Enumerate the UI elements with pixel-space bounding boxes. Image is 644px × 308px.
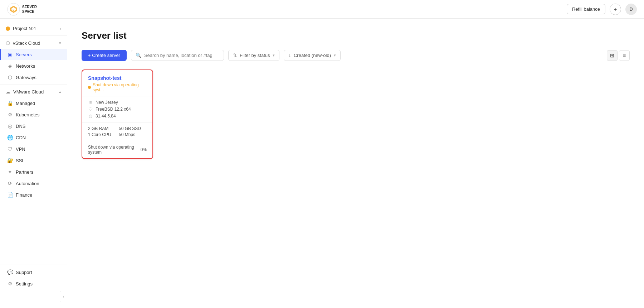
server-card-info: ≡ New Jersey 🛡 FreeBSD 12.2 x64 ◎ 31.44.… [82,96,152,122]
vstack-icon: ⬡ [6,40,10,46]
toolbar: + Create server 🔍 ⇅ Filter by status ▾ ↕… [82,50,630,61]
networks-icon: ◈ [7,63,13,69]
sidebar-item-servers-label: Servers [16,52,32,57]
managed-icon: 🔒 [7,100,13,106]
server-os: FreeBSD 12.2 x64 [96,107,131,112]
sidebar-item-finance[interactable]: 📄 Finance [0,189,67,201]
ssl-icon: 🔐 [7,158,13,163]
dns-icon: ◎ [7,123,13,129]
page-title: Server list [82,30,630,41]
finance-icon: 📄 [7,192,13,198]
status-dot [88,86,91,89]
grid-icon: ⊞ [610,53,614,58]
sidebar-divider-bottom [0,265,67,265]
sidebar-item-support-label: Support [16,270,32,275]
kubernetes-icon: ⚙ [7,112,13,117]
sidebar-item-automation[interactable]: ⟳ Automation [0,178,67,189]
server-grid: Snapshot-test Shut down via operating sy… [82,69,630,159]
sidebar-item-settings-label: Settings [16,281,33,287]
settings-icon: ⚙ [7,281,13,287]
server-ip: 31.44.5.84 [96,114,116,119]
server-location: New Jersey [96,100,118,105]
sidebar-collapse-button[interactable]: ‹ [60,291,67,302]
location-icon: ≡ [88,100,93,105]
server-card[interactable]: Snapshot-test Shut down via operating sy… [82,69,153,159]
sidebar-item-cdn-label: CDN [16,135,26,140]
sidebar-item-managed-label: Managed [16,101,35,106]
view-toggle: ⊞ ≡ [607,50,630,61]
server-bandwidth: 50 Mbps [119,132,147,137]
header: S SERVERSPACE Refill balance + D [0,0,644,19]
sidebar-item-partners-label: Partners [16,169,33,175]
logo: S SERVERSPACE [7,3,37,16]
add-button[interactable]: + [610,4,621,15]
ip-icon: ◎ [88,114,93,119]
sidebar-item-gateways-label: Gateways [16,75,36,80]
automation-icon: ⟳ [7,181,13,186]
main-content: Server list + Create server 🔍 ⇅ Filter b… [67,19,644,308]
sidebar-group-vstack[interactable]: ⬡ vStack Cloud ▾ [0,37,67,49]
os-row: 🛡 FreeBSD 12.2 x64 [88,107,147,112]
sidebar-divider-2 [0,85,67,85]
avatar[interactable]: D [625,4,637,15]
filter-icon: ⇅ [233,53,237,58]
os-icon: 🛡 [88,107,93,112]
vmware-icon: ☁ [6,89,10,95]
grid-view-button[interactable]: ⊞ [607,50,618,61]
sidebar-item-support[interactable]: 💬 Support [0,266,67,278]
vmware-arrow-icon: ▴ [59,90,61,94]
sidebar-item-cdn[interactable]: 🌐 CDN [0,132,67,143]
sidebar-item-kubernetes[interactable]: ⚙ Kubernetes [0,109,67,120]
sidebar-item-partners[interactable]: ✦ Partners [0,166,67,178]
vpn-icon: 🛡 [7,146,13,152]
svg-text:S: S [13,8,15,11]
sidebar-divider-1 [0,35,67,36]
sidebar-item-servers[interactable]: ▣ Servers [0,49,67,60]
sidebar-item-dns[interactable]: ◎ DNS [0,120,67,132]
project-chevron-icon: › [60,27,61,31]
sidebar: Project №1 › ⬡ vStack Cloud ▾ ▣ Servers … [0,19,67,308]
layout: Project №1 › ⬡ vStack Cloud ▾ ▣ Servers … [0,19,644,308]
create-server-button[interactable]: + Create server [82,50,127,61]
servers-icon: ▣ [7,52,13,57]
cdn-icon: 🌐 [7,135,13,140]
vmware-label: VMware Cloud [13,89,44,95]
sidebar-item-ssl[interactable]: 🔐 SSL [0,155,67,166]
sidebar-item-managed[interactable]: 🔒 Managed [0,97,67,109]
sidebar-item-vpn[interactable]: 🛡 VPN [0,143,67,155]
footer-status-text: Shut down via operating system [88,145,141,155]
search-input[interactable] [144,53,219,58]
ip-row: ◎ 31.44.5.84 [88,114,147,119]
sidebar-item-settings[interactable]: ⚙ Settings [0,278,67,289]
sidebar-group-vmware[interactable]: ☁ VMware Cloud ▴ [0,86,67,97]
server-ssd: 50 GB SSD [119,126,147,131]
list-view-button[interactable]: ≡ [619,50,630,61]
sort-label: Created (new-old) [294,53,331,58]
project-dot [6,27,10,31]
server-card-header: Snapshot-test Shut down via operating sy… [82,70,152,96]
filter-chevron-icon: ▾ [273,53,275,58]
refill-balance-button[interactable]: Refill balance [567,4,605,14]
sidebar-item-ssl-label: SSL [16,158,25,163]
project-label: Project №1 [13,26,57,31]
sort-dropdown[interactable]: ↕ Created (new-old) ▾ [284,50,341,61]
partners-icon: ✦ [7,169,13,175]
sort-icon: ↕ [288,53,291,58]
vstack-arrow-icon: ▾ [59,41,61,45]
filter-label: Filter by status [240,53,270,58]
server-status-text: Shut down via operating syst... [93,82,147,92]
support-icon: 💬 [7,269,13,275]
location-row: ≡ New Jersey [88,100,147,105]
sidebar-item-finance-label: Finance [16,192,32,198]
server-status: Shut down via operating syst... [88,82,147,92]
footer-percent: 0% [141,147,147,152]
sidebar-item-networks[interactable]: ◈ Networks [0,60,67,72]
filter-dropdown[interactable]: ⇅ Filter by status ▾ [228,50,280,61]
header-right: Refill balance + D [567,4,637,15]
sidebar-item-dns-label: DNS [16,124,25,129]
sort-chevron-icon: ▾ [334,53,336,58]
sidebar-item-gateways[interactable]: ⬡ Gateways [0,72,67,83]
server-cpu: 1 Core CPU [88,132,116,137]
search-icon: 🔍 [136,53,141,58]
sidebar-project[interactable]: Project №1 › [0,23,67,34]
